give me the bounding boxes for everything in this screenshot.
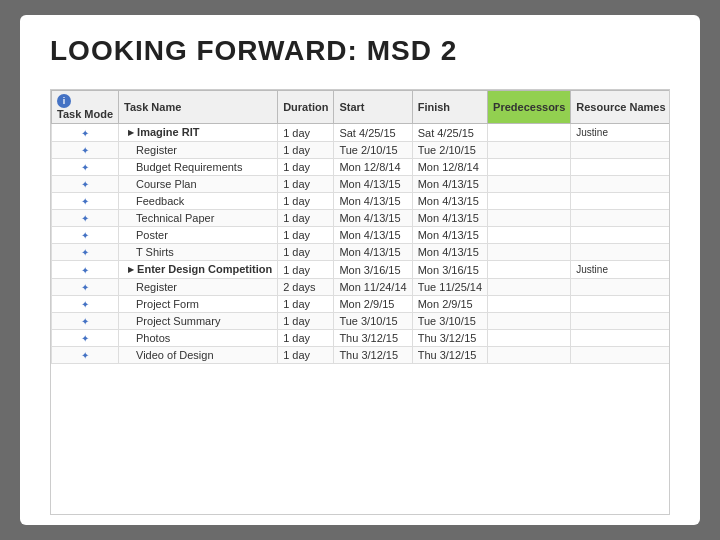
cell-resource-names [571,330,670,347]
cell-finish: Tue 11/25/14 [412,279,487,296]
table-row: ✦Video of Design1 dayThu 3/12/15Thu 3/12… [52,347,671,364]
cell-task-mode: ✦ [52,261,119,279]
cell-task-mode: ✦ [52,176,119,193]
table-row: ✦Poster1 dayMon 4/13/15Mon 4/13/15 [52,227,671,244]
task-mode-icon: ✦ [81,350,89,361]
cell-finish: Tue 3/10/15 [412,313,487,330]
cell-duration: 1 day [278,330,334,347]
cell-task-mode: ✦ [52,227,119,244]
cell-finish: Mon 4/13/15 [412,210,487,227]
cell-task-mode: ✦ [52,313,119,330]
cell-start: Thu 3/12/15 [334,347,412,364]
cell-predecessors [488,176,571,193]
cell-predecessors [488,279,571,296]
cell-resource-names [571,210,670,227]
cell-duration: 1 day [278,210,334,227]
task-mode-icon: ✦ [81,316,89,327]
cell-finish: Thu 3/12/15 [412,347,487,364]
cell-task-name: Project Summary [119,313,278,330]
cell-task-name: Course Plan [119,176,278,193]
task-mode-icon: ✦ [81,213,89,224]
task-name-label: Project Summary [124,315,220,327]
task-name-label: Photos [124,332,170,344]
cell-task-mode: ✦ [52,159,119,176]
cell-finish: Thu 3/12/15 [412,330,487,347]
cell-resource-names: Justine [571,124,670,142]
task-mode-icon: ✦ [81,265,89,276]
task-mode-icon: ✦ [81,145,89,156]
cell-predecessors [488,227,571,244]
cell-task-name: Project Form [119,296,278,313]
cell-resource-names [571,313,670,330]
cell-resource-names [571,244,670,261]
cell-finish: Mon 4/13/15 [412,176,487,193]
cell-duration: 1 day [278,193,334,210]
cell-task-mode: ✦ [52,193,119,210]
cell-task-name: Register [119,279,278,296]
task-mode-icon: ✦ [81,179,89,190]
cell-task-name: Budget Requirements [119,159,278,176]
cell-finish: Mon 2/9/15 [412,296,487,313]
gantt-table: i Task Mode Task Name Duration Start Fin… [51,90,670,364]
cell-predecessors [488,296,571,313]
table-row: ✦Register2 daysMon 11/24/14Tue 11/25/14 [52,279,671,296]
cell-task-name: Video of Design [119,347,278,364]
task-mode-icon: ✦ [81,333,89,344]
task-mode-icon: ✦ [81,128,89,139]
cell-resource-names [571,279,670,296]
slide-title: LOOKING FORWARD: MSD 2 [50,35,670,73]
cell-start: Tue 2/10/15 [334,142,412,159]
table-row: ✦T Shirts1 dayMon 4/13/15Mon 4/13/15 [52,244,671,261]
task-mode-icon: ✦ [81,230,89,241]
col-header-finish: Finish [412,91,487,124]
cell-start: Mon 3/16/15 [334,261,412,279]
cell-duration: 1 day [278,227,334,244]
cell-task-mode: ✦ [52,279,119,296]
cell-finish: Mon 4/13/15 [412,244,487,261]
col-header-task-mode: i Task Mode [52,91,119,124]
cell-resource-names [571,176,670,193]
task-name-label: Feedback [124,195,184,207]
table-row: ✦Feedback1 dayMon 4/13/15Mon 4/13/15 [52,193,671,210]
cell-task-name: T Shirts [119,244,278,261]
cell-task-mode: ✦ [52,296,119,313]
task-name-label: Poster [124,229,168,241]
cell-predecessors [488,210,571,227]
col-header-predecessors: Predecessors [488,91,571,124]
cell-duration: 1 day [278,124,334,142]
cell-duration: 2 days [278,279,334,296]
cell-predecessors [488,124,571,142]
cell-start: Mon 4/13/15 [334,210,412,227]
task-name-label: ▸ Imagine RIT [124,126,199,138]
task-name-label: Register [124,144,177,156]
cell-start: Mon 4/13/15 [334,227,412,244]
table-body: ✦▸ Imagine RIT1 daySat 4/25/15Sat 4/25/1… [52,124,671,364]
cell-finish: Mon 3/16/15 [412,261,487,279]
table-row: ✦Technical Paper1 dayMon 4/13/15Mon 4/13… [52,210,671,227]
cell-task-mode: ✦ [52,347,119,364]
cell-start: Mon 4/13/15 [334,244,412,261]
cell-task-mode: ✦ [52,210,119,227]
col-header-task-name: Task Name [119,91,278,124]
cell-resource-names [571,347,670,364]
cell-finish: Sat 4/25/15 [412,124,487,142]
cell-duration: 1 day [278,296,334,313]
cell-duration: 1 day [278,159,334,176]
cell-predecessors [488,313,571,330]
cell-predecessors [488,330,571,347]
cell-predecessors [488,244,571,261]
table-row: ✦Budget Requirements1 dayMon 12/8/14Mon … [52,159,671,176]
cell-start: Mon 4/13/15 [334,176,412,193]
cell-task-mode: ✦ [52,244,119,261]
cell-finish: Tue 2/10/15 [412,142,487,159]
table-row: ✦Register1 dayTue 2/10/15Tue 2/10/15 [52,142,671,159]
task-name-label: Register [124,281,177,293]
cell-predecessors [488,142,571,159]
gantt-table-wrapper: i Task Mode Task Name Duration Start Fin… [50,89,670,515]
cell-resource-names [571,227,670,244]
task-mode-icon: ✦ [81,162,89,173]
cell-resource-names [571,159,670,176]
cell-predecessors [488,193,571,210]
cell-task-name: ▸ Enter Design Competition [119,261,278,279]
col-header-resource-names: Resource Names [571,91,670,124]
